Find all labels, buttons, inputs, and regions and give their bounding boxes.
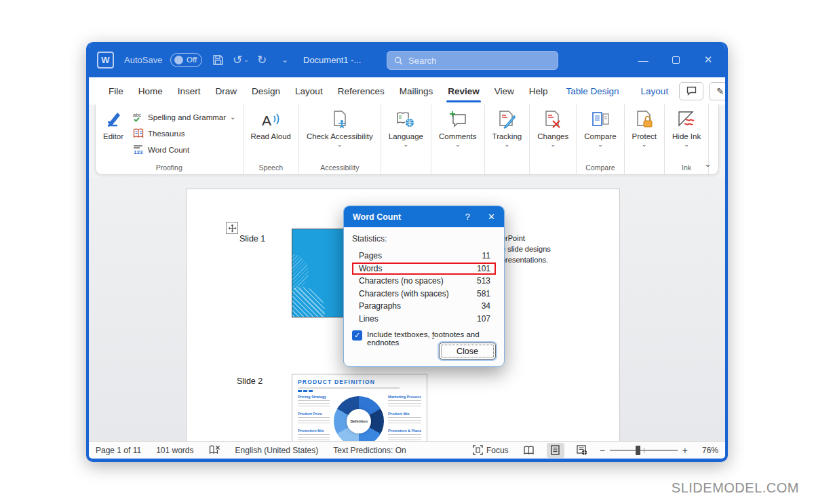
proofing-errors-icon[interactable] — [209, 445, 220, 455]
comments-button[interactable] — [679, 82, 703, 100]
hide-ink-icon — [676, 109, 697, 131]
stat-row-pages: Pages11 — [352, 250, 496, 263]
track-changes-icon — [497, 109, 517, 131]
undo-icon[interactable]: ↺⌄ — [233, 42, 249, 77]
slide2-item: Product Mix — [388, 412, 421, 424]
zoom-slider-thumb[interactable] — [636, 446, 640, 455]
search-box[interactable] — [387, 51, 558, 70]
page-indicator[interactable]: Page 1 of 11 — [96, 446, 141, 455]
minimize-button[interactable]: — — [629, 42, 657, 77]
word-count-button[interactable]: 123 Word Count — [130, 142, 238, 157]
spelling-grammar-label: Spelling and Grammar — [148, 113, 226, 121]
tab-draw[interactable]: Draw — [208, 77, 245, 104]
word-app-icon: W — [97, 42, 114, 77]
chevron-down-icon: ⌄ — [550, 141, 556, 149]
group-protect: Protect ⌄ — [625, 104, 665, 174]
collapse-ribbon-icon[interactable]: ⌄ — [704, 159, 712, 169]
editor-button[interactable]: Editor — [100, 108, 127, 142]
zoom-out-icon[interactable]: − — [600, 445, 605, 456]
autosave-state: Off — [187, 56, 197, 64]
language-button[interactable]: Language ⌄ — [385, 108, 427, 151]
new-comment-icon — [448, 109, 468, 131]
tab-layout[interactable]: Layout — [288, 77, 330, 104]
text-fragment: presentations. — [501, 256, 548, 264]
read-aloud-icon: A — [260, 109, 281, 131]
language-icon — [395, 109, 416, 131]
comment-icon — [686, 86, 697, 96]
tracking-button[interactable]: Tracking ⌄ — [489, 108, 526, 151]
stat-row-characters-with-spaces: Characters (with spaces)581 — [352, 288, 496, 301]
focus-mode-button[interactable]: Focus — [473, 445, 509, 455]
tab-insert[interactable]: Insert — [170, 77, 208, 104]
chevron-down-icon: ⌄ — [598, 141, 603, 149]
slide2-thumbnail[interactable]: PRODUCT DEFINITION Pricing Strategy Prod… — [292, 374, 427, 441]
slide2-item: Promotion & Place — [388, 429, 421, 441]
quick-access-toolbar-chevron[interactable]: ⌄ — [282, 42, 288, 77]
thesaurus-icon — [132, 128, 144, 139]
stat-row-lines: Lines107 — [352, 313, 496, 326]
tab-references[interactable]: References — [330, 77, 392, 104]
tab-layout-contextual[interactable]: Layout — [630, 77, 680, 104]
dialog-title-bar[interactable]: Word Count ? ✕ — [344, 206, 504, 227]
tab-review[interactable]: Review — [440, 77, 487, 104]
read-aloud-button[interactable]: A Read Aloud — [248, 108, 294, 142]
word-count-label: Word Count — [148, 146, 189, 154]
tab-help[interactable]: Help — [522, 77, 556, 104]
group-changes: Changes ⌄ — [530, 104, 577, 174]
changes-button[interactable]: Changes ⌄ — [534, 108, 572, 151]
slide2-item: Promotion Mix — [298, 429, 330, 441]
dialog-title: Word Count — [353, 212, 401, 222]
tab-table-design[interactable]: Table Design — [556, 77, 630, 104]
ribbon-tab-bar: File Home Insert Draw Design Layout Refe… — [86, 77, 728, 104]
maximize-button[interactable] — [661, 42, 690, 77]
tab-file[interactable]: File — [101, 77, 131, 104]
dialog-help-button[interactable]: ? — [465, 212, 470, 222]
read-aloud-label: Read Aloud — [251, 132, 291, 141]
spelling-grammar-button[interactable]: abc Spelling and Grammar ⌄ — [130, 110, 238, 124]
compare-button[interactable]: Compare ⌄ — [581, 108, 619, 151]
protect-lock-icon — [635, 109, 654, 131]
tab-home[interactable]: Home — [131, 77, 170, 104]
print-layout-button[interactable] — [547, 443, 564, 458]
zoom-percentage[interactable]: 76% — [697, 446, 718, 455]
editing-mode-button[interactable]: ✎ Editing ⌄ — [709, 82, 728, 100]
compare-label: Compare — [584, 132, 616, 141]
group-compare: Compare ⌄ Compare — [577, 104, 624, 174]
hide-ink-button[interactable]: Hide Ink ⌄ — [669, 108, 704, 151]
language-indicator[interactable]: English (United States) — [235, 446, 319, 455]
ink-group-label: Ink — [682, 161, 691, 173]
autosave-toggle[interactable]: Off — [170, 42, 202, 77]
check-accessibility-button[interactable]: Check Accessibility ⌄ — [303, 108, 376, 151]
close-button-dialog[interactable]: Close — [439, 343, 496, 360]
chevron-down-icon: ⌄ — [455, 141, 461, 149]
dialog-close-icon[interactable]: ✕ — [488, 212, 495, 222]
chevron-down-icon: ⌄ — [404, 141, 409, 149]
read-mode-button[interactable] — [520, 443, 538, 458]
comments-ribbon-button[interactable]: Comments ⌄ — [435, 108, 480, 151]
thesaurus-button[interactable]: Thesaurus — [130, 126, 238, 140]
zoom-in-icon[interactable]: + — [682, 445, 688, 456]
group-ink: Hide Ink ⌄ Ink — [665, 104, 709, 174]
editor-label: Editor — [103, 132, 123, 141]
statistics-label: Statistics: — [352, 234, 496, 244]
word-count-dialog: Word Count ? ✕ Statistics: Pages11 Words… — [343, 206, 505, 367]
search-input[interactable] — [408, 56, 537, 66]
tab-mailings[interactable]: Mailings — [392, 77, 441, 104]
protect-button[interactable]: Protect ⌄ — [629, 108, 660, 151]
compare-icon — [590, 109, 610, 131]
checkbox-checked-icon[interactable]: ✓ — [352, 330, 362, 341]
focus-icon — [473, 445, 483, 455]
redo-icon[interactable]: ↻ — [257, 42, 267, 77]
web-layout-button[interactable] — [573, 443, 591, 458]
tab-view[interactable]: View — [487, 77, 522, 104]
autosave-label: AutoSave — [124, 42, 162, 77]
close-button[interactable]: ✕ — [694, 42, 722, 77]
move-handle-icon[interactable] — [226, 222, 238, 234]
chevron-down-icon: ⌄ — [642, 141, 647, 149]
word-count-indicator[interactable]: 101 words — [156, 446, 193, 455]
zoom-slider[interactable] — [610, 450, 678, 451]
save-icon[interactable] — [212, 42, 224, 77]
tab-design[interactable]: Design — [244, 77, 288, 104]
web-layout-icon — [577, 445, 587, 455]
text-predictions-indicator[interactable]: Text Predictions: On — [333, 446, 406, 455]
